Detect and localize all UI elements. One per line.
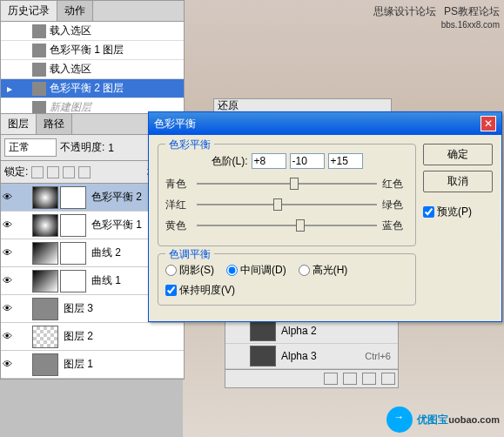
- history-item[interactable]: 载入选区: [1, 60, 184, 79]
- tab-history[interactable]: 历史记录: [1, 1, 57, 21]
- slider-label-left: 青色: [165, 177, 192, 192]
- level-input-2[interactable]: [290, 153, 325, 169]
- lock-position-icon[interactable]: [63, 166, 75, 178]
- save-selection-icon[interactable]: [343, 373, 357, 385]
- lock-image-icon[interactable]: [47, 166, 59, 178]
- slider-label-right: 蓝色: [382, 218, 408, 233]
- channels-panel: Alpha 2Alpha 3Ctrl+6: [225, 318, 399, 388]
- radio-midtones[interactable]: 中间调(D): [226, 263, 286, 278]
- visibility-icon[interactable]: [3, 246, 17, 260]
- slider-label-left: 黄色: [165, 218, 192, 233]
- visibility-icon[interactable]: [3, 358, 17, 372]
- history-item[interactable]: ▸色彩平衡 2 图层: [1, 79, 184, 98]
- section-color-balance: 色彩平衡: [165, 138, 214, 152]
- ok-button[interactable]: 确定: [423, 144, 493, 165]
- channel-row[interactable]: Alpha 3Ctrl+6: [225, 344, 398, 369]
- levels-label: 色阶(L):: [212, 154, 248, 169]
- visibility-icon[interactable]: [3, 274, 17, 288]
- slider-1[interactable]: [197, 197, 377, 212]
- channel-row[interactable]: Alpha 2: [225, 319, 398, 344]
- visibility-icon[interactable]: [3, 191, 17, 205]
- lock-label: 锁定:: [4, 165, 28, 179]
- opacity-label: 不透明度:: [60, 140, 104, 155]
- layer-row[interactable]: 图层 1: [1, 351, 184, 379]
- logo-icon: [386, 407, 413, 433]
- radio-shadows[interactable]: 阴影(S): [165, 263, 214, 278]
- slider-label-right: 红色: [382, 177, 408, 192]
- opacity-value[interactable]: 1: [108, 142, 114, 154]
- radio-highlights[interactable]: 高光(H): [299, 263, 348, 278]
- new-channel-icon[interactable]: [362, 373, 376, 385]
- cancel-button[interactable]: 取消: [423, 171, 493, 192]
- checkbox-preview[interactable]: 预览(P): [423, 205, 472, 219]
- history-panel: 历史记录 动作 载入选区色彩平衡 1 图层载入选区▸色彩平衡 2 图层新建图层: [0, 0, 185, 118]
- delete-channel-icon[interactable]: [381, 373, 395, 385]
- watermark-top: 思缘设计论坛 PS教程论坛 bbs.16xx8.com: [373, 4, 500, 30]
- level-input-3[interactable]: [328, 153, 363, 169]
- slider-label-left: 洋红: [165, 198, 192, 212]
- checkbox-preserve-luminosity[interactable]: 保持明度(V): [165, 283, 235, 298]
- tab-paths[interactable]: 路径: [37, 114, 72, 134]
- tab-layers[interactable]: 图层: [1, 114, 37, 134]
- layer-row[interactable]: 图层 2: [1, 323, 184, 351]
- section-tone-balance: 色调平衡: [165, 247, 214, 262]
- history-item[interactable]: 色彩平衡 1 图层: [1, 41, 184, 60]
- watermark-bottom: 优图宝 uobao.com: [386, 407, 500, 433]
- lock-all-icon[interactable]: [78, 166, 91, 178]
- visibility-icon[interactable]: [3, 302, 17, 316]
- blend-mode-dropdown[interactable]: 正常: [4, 138, 57, 157]
- load-selection-icon[interactable]: [324, 373, 338, 385]
- slider-label-right: 绿色: [382, 198, 408, 212]
- visibility-icon[interactable]: [3, 218, 17, 232]
- slider-0[interactable]: [197, 176, 377, 192]
- history-item[interactable]: 载入选区: [1, 22, 184, 41]
- visibility-icon[interactable]: [3, 330, 17, 344]
- level-input-1[interactable]: [252, 153, 286, 169]
- lock-transparent-icon[interactable]: [31, 166, 44, 178]
- tab-actions[interactable]: 动作: [57, 1, 93, 21]
- color-balance-dialog: 色彩平衡 ✕ 色彩平衡 色阶(L): 青色 红色洋红 绿色黄色 蓝色 色调平衡: [148, 111, 502, 322]
- slider-2[interactable]: [197, 218, 377, 233]
- close-icon[interactable]: ✕: [480, 116, 496, 131]
- dialog-title: 色彩平衡: [154, 117, 196, 131]
